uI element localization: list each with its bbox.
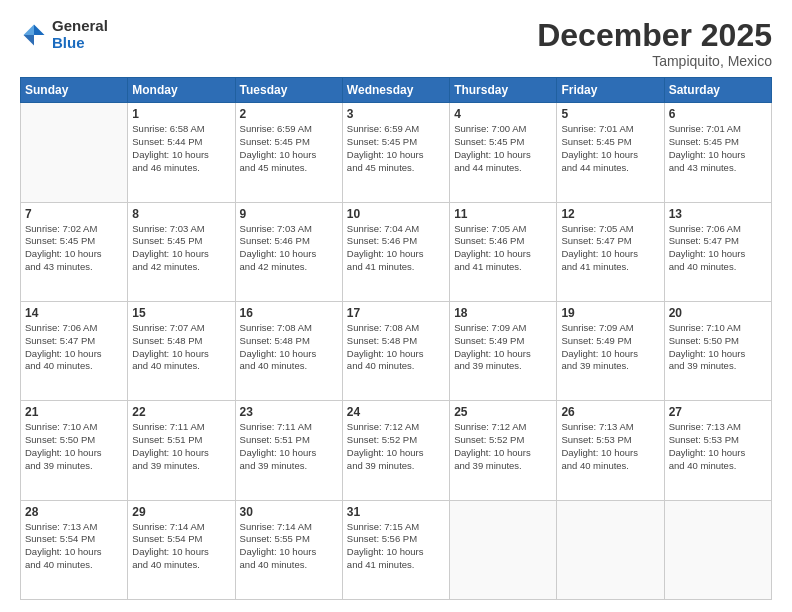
calendar-week-5: 28Sunrise: 7:13 AM Sunset: 5:54 PM Dayli… [21, 500, 772, 599]
col-saturday: Saturday [664, 78, 771, 103]
calendar-cell: 15Sunrise: 7:07 AM Sunset: 5:48 PM Dayli… [128, 301, 235, 400]
day-number: 8 [132, 207, 230, 221]
day-number: 1 [132, 107, 230, 121]
calendar-cell: 2Sunrise: 6:59 AM Sunset: 5:45 PM Daylig… [235, 103, 342, 202]
calendar-header-row: Sunday Monday Tuesday Wednesday Thursday… [21, 78, 772, 103]
calendar-cell: 14Sunrise: 7:06 AM Sunset: 5:47 PM Dayli… [21, 301, 128, 400]
day-number: 7 [25, 207, 123, 221]
main-title: December 2025 [537, 18, 772, 53]
day-info: Sunrise: 7:08 AM Sunset: 5:48 PM Dayligh… [347, 322, 445, 373]
calendar-cell [21, 103, 128, 202]
day-number: 11 [454, 207, 552, 221]
col-sunday: Sunday [21, 78, 128, 103]
day-info: Sunrise: 7:09 AM Sunset: 5:49 PM Dayligh… [454, 322, 552, 373]
calendar-cell: 26Sunrise: 7:13 AM Sunset: 5:53 PM Dayli… [557, 401, 664, 500]
logo-general-text: General [52, 18, 108, 35]
day-info: Sunrise: 7:04 AM Sunset: 5:46 PM Dayligh… [347, 223, 445, 274]
calendar-cell: 30Sunrise: 7:14 AM Sunset: 5:55 PM Dayli… [235, 500, 342, 599]
calendar-cell: 31Sunrise: 7:15 AM Sunset: 5:56 PM Dayli… [342, 500, 449, 599]
day-info: Sunrise: 7:01 AM Sunset: 5:45 PM Dayligh… [561, 123, 659, 174]
day-info: Sunrise: 7:14 AM Sunset: 5:55 PM Dayligh… [240, 521, 338, 572]
calendar-cell: 23Sunrise: 7:11 AM Sunset: 5:51 PM Dayli… [235, 401, 342, 500]
day-number: 14 [25, 306, 123, 320]
calendar-week-4: 21Sunrise: 7:10 AM Sunset: 5:50 PM Dayli… [21, 401, 772, 500]
day-number: 3 [347, 107, 445, 121]
day-number: 19 [561, 306, 659, 320]
day-number: 17 [347, 306, 445, 320]
day-info: Sunrise: 7:02 AM Sunset: 5:45 PM Dayligh… [25, 223, 123, 274]
day-info: Sunrise: 7:13 AM Sunset: 5:54 PM Dayligh… [25, 521, 123, 572]
day-info: Sunrise: 7:14 AM Sunset: 5:54 PM Dayligh… [132, 521, 230, 572]
col-friday: Friday [557, 78, 664, 103]
header: General Blue December 2025 Tampiquito, M… [20, 18, 772, 69]
day-number: 23 [240, 405, 338, 419]
logo-icon [20, 21, 48, 49]
day-number: 21 [25, 405, 123, 419]
svg-marker-0 [34, 24, 45, 35]
calendar-week-3: 14Sunrise: 7:06 AM Sunset: 5:47 PM Dayli… [21, 301, 772, 400]
day-number: 15 [132, 306, 230, 320]
day-number: 18 [454, 306, 552, 320]
day-info: Sunrise: 6:58 AM Sunset: 5:44 PM Dayligh… [132, 123, 230, 174]
day-info: Sunrise: 7:15 AM Sunset: 5:56 PM Dayligh… [347, 521, 445, 572]
calendar-cell: 25Sunrise: 7:12 AM Sunset: 5:52 PM Dayli… [450, 401, 557, 500]
calendar-table: Sunday Monday Tuesday Wednesday Thursday… [20, 77, 772, 600]
day-info: Sunrise: 7:09 AM Sunset: 5:49 PM Dayligh… [561, 322, 659, 373]
calendar-cell: 22Sunrise: 7:11 AM Sunset: 5:51 PM Dayli… [128, 401, 235, 500]
day-info: Sunrise: 7:05 AM Sunset: 5:46 PM Dayligh… [454, 223, 552, 274]
calendar-cell: 13Sunrise: 7:06 AM Sunset: 5:47 PM Dayli… [664, 202, 771, 301]
day-number: 13 [669, 207, 767, 221]
calendar-cell [450, 500, 557, 599]
svg-marker-2 [24, 35, 35, 46]
day-info: Sunrise: 7:06 AM Sunset: 5:47 PM Dayligh… [669, 223, 767, 274]
day-info: Sunrise: 7:10 AM Sunset: 5:50 PM Dayligh… [25, 421, 123, 472]
day-info: Sunrise: 7:03 AM Sunset: 5:46 PM Dayligh… [240, 223, 338, 274]
calendar-cell: 1Sunrise: 6:58 AM Sunset: 5:44 PM Daylig… [128, 103, 235, 202]
calendar-cell: 9Sunrise: 7:03 AM Sunset: 5:46 PM Daylig… [235, 202, 342, 301]
day-info: Sunrise: 7:11 AM Sunset: 5:51 PM Dayligh… [132, 421, 230, 472]
calendar-week-1: 1Sunrise: 6:58 AM Sunset: 5:44 PM Daylig… [21, 103, 772, 202]
day-number: 12 [561, 207, 659, 221]
calendar-cell: 10Sunrise: 7:04 AM Sunset: 5:46 PM Dayli… [342, 202, 449, 301]
calendar-cell: 21Sunrise: 7:10 AM Sunset: 5:50 PM Dayli… [21, 401, 128, 500]
day-number: 28 [25, 505, 123, 519]
day-number: 20 [669, 306, 767, 320]
subtitle: Tampiquito, Mexico [537, 53, 772, 69]
svg-marker-1 [24, 24, 35, 35]
calendar-cell: 24Sunrise: 7:12 AM Sunset: 5:52 PM Dayli… [342, 401, 449, 500]
day-number: 29 [132, 505, 230, 519]
calendar-cell: 12Sunrise: 7:05 AM Sunset: 5:47 PM Dayli… [557, 202, 664, 301]
day-info: Sunrise: 7:11 AM Sunset: 5:51 PM Dayligh… [240, 421, 338, 472]
calendar-cell: 28Sunrise: 7:13 AM Sunset: 5:54 PM Dayli… [21, 500, 128, 599]
logo: General Blue [20, 18, 108, 51]
calendar-cell: 18Sunrise: 7:09 AM Sunset: 5:49 PM Dayli… [450, 301, 557, 400]
calendar-cell: 8Sunrise: 7:03 AM Sunset: 5:45 PM Daylig… [128, 202, 235, 301]
calendar-cell [557, 500, 664, 599]
day-number: 5 [561, 107, 659, 121]
calendar-cell [664, 500, 771, 599]
col-tuesday: Tuesday [235, 78, 342, 103]
calendar-cell: 17Sunrise: 7:08 AM Sunset: 5:48 PM Dayli… [342, 301, 449, 400]
title-block: December 2025 Tampiquito, Mexico [537, 18, 772, 69]
calendar-cell: 3Sunrise: 6:59 AM Sunset: 5:45 PM Daylig… [342, 103, 449, 202]
calendar-cell: 11Sunrise: 7:05 AM Sunset: 5:46 PM Dayli… [450, 202, 557, 301]
day-number: 25 [454, 405, 552, 419]
day-number: 2 [240, 107, 338, 121]
day-info: Sunrise: 7:13 AM Sunset: 5:53 PM Dayligh… [561, 421, 659, 472]
day-info: Sunrise: 7:06 AM Sunset: 5:47 PM Dayligh… [25, 322, 123, 373]
calendar-cell: 20Sunrise: 7:10 AM Sunset: 5:50 PM Dayli… [664, 301, 771, 400]
day-info: Sunrise: 7:00 AM Sunset: 5:45 PM Dayligh… [454, 123, 552, 174]
day-number: 10 [347, 207, 445, 221]
day-info: Sunrise: 7:12 AM Sunset: 5:52 PM Dayligh… [347, 421, 445, 472]
col-wednesday: Wednesday [342, 78, 449, 103]
day-info: Sunrise: 7:08 AM Sunset: 5:48 PM Dayligh… [240, 322, 338, 373]
day-info: Sunrise: 7:13 AM Sunset: 5:53 PM Dayligh… [669, 421, 767, 472]
calendar-cell: 16Sunrise: 7:08 AM Sunset: 5:48 PM Dayli… [235, 301, 342, 400]
day-info: Sunrise: 6:59 AM Sunset: 5:45 PM Dayligh… [240, 123, 338, 174]
col-monday: Monday [128, 78, 235, 103]
calendar-cell: 19Sunrise: 7:09 AM Sunset: 5:49 PM Dayli… [557, 301, 664, 400]
day-info: Sunrise: 7:07 AM Sunset: 5:48 PM Dayligh… [132, 322, 230, 373]
page: General Blue December 2025 Tampiquito, M… [0, 0, 792, 612]
day-info: Sunrise: 7:12 AM Sunset: 5:52 PM Dayligh… [454, 421, 552, 472]
day-number: 16 [240, 306, 338, 320]
